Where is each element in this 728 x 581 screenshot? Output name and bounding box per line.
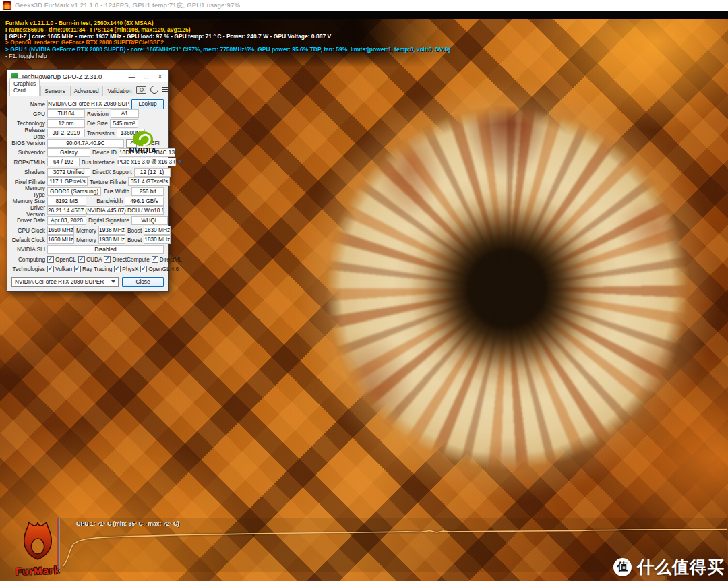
default-memory-field: 1938 MHz [98, 235, 125, 244]
bus-width-field: 256 bit [131, 187, 164, 196]
field-label: GPU Clock [11, 227, 45, 234]
field-label: Technologies [11, 266, 45, 272]
field-label: Release Date [11, 127, 45, 140]
field-label: Bus Width [103, 188, 129, 195]
field-label: Transistors [87, 130, 115, 137]
pixel-fillrate-field: 117.1 GPixel/s [47, 177, 88, 186]
texture-fillrate-field: 351.4 GTexel/s [128, 177, 170, 186]
checkbox-checked-icon [47, 266, 54, 272]
checkbox-label: Vulkan [55, 266, 72, 272]
bus-interface-field: PCIe x16 3.0 @ x16 3.0 [117, 158, 176, 166]
tab-validation[interactable]: Validation [104, 86, 136, 96]
default-boost-field: 1830 MHz [144, 235, 171, 244]
field-label: Memory [76, 237, 96, 243]
nvidia-logo: NVIDIA [123, 131, 163, 154]
field-label: Texture Fillrate [90, 179, 126, 185]
checkbox-label: DirectML [160, 256, 182, 263]
smzdm-badge-icon: 值 [613, 558, 632, 576]
gpu-name-field: NVIDIA GeForce RTX 2080 SUPER [47, 100, 129, 109]
checkbox-label: CUDA [86, 256, 102, 263]
checkbox-label: OpenGL 4.6 [148, 266, 179, 272]
checkbox-label: PhysX [122, 266, 138, 272]
furmark-window: Geeks3D FurMark v1.21.1.0 - 124FPS, GPU1… [0, 0, 728, 581]
lookup-button[interactable]: Lookup [131, 99, 164, 109]
minimize-button[interactable]: — [126, 71, 138, 82]
nvidia-eye-icon [133, 131, 153, 146]
furmark-app-icon [3, 1, 11, 10]
field-label: Bus Interface [82, 159, 115, 166]
directml-checkbox[interactable]: DirectML [152, 256, 182, 263]
field-label: BIOS Version [11, 140, 45, 146]
physx-checkbox[interactable]: PhysX [114, 266, 138, 272]
memory-size-field: 8192 MB [47, 197, 86, 206]
flame-icon [17, 520, 59, 562]
tab-sensors[interactable]: Sensors [40, 86, 69, 96]
gpu-selector-dropdown[interactable]: NVIDIA GeForce RTX 2080 SUPER [11, 277, 119, 287]
field-label: Driver Date [11, 217, 45, 224]
smzdm-watermark-text: 什么值得买 [637, 556, 725, 578]
field-label: Shaders [11, 169, 45, 175]
boost-clock-field: 1830 MHz [144, 226, 171, 235]
checkbox-checked-icon [114, 266, 121, 272]
rops-tmus-field: 64 / 192 [47, 158, 80, 166]
digital-signature-field: WHQL [131, 216, 168, 225]
checkbox-label: DirectCompute [112, 256, 149, 263]
revision-field: A1 [111, 109, 139, 118]
field-label: Default Clock [11, 237, 45, 243]
tab-graphics-card[interactable]: Graphics Card [9, 78, 40, 96]
field-label: DirectX Support [92, 169, 132, 175]
tab-advanced[interactable]: Advanced [70, 86, 103, 96]
field-label: Die Size [87, 120, 108, 127]
field-label: NVIDIA SLI [11, 246, 45, 253]
shaders-field: 3072 Unified [47, 168, 90, 177]
vulkan-checkbox[interactable]: Vulkan [47, 266, 72, 272]
checkbox-checked-icon [152, 256, 158, 263]
osd-gpu1-line: > GPU 1 (NVIDIA GeForce RTX 2080 SUPER) … [5, 47, 450, 53]
gpuz-tab-bar: Graphics Card Sensors Advanced Validatio… [7, 82, 168, 96]
refresh-icon[interactable] [149, 84, 160, 96]
cuda-checkbox[interactable]: CUDA [78, 256, 102, 263]
field-label: Computing [11, 256, 45, 263]
field-label: ROPs/TMUs [11, 159, 45, 166]
close-button[interactable]: Close [122, 277, 164, 287]
field-label: GPU [11, 111, 45, 117]
window-title: Geeks3D FurMark v1.21.1.0 - 124FPS, GPU1… [15, 1, 240, 10]
screenshot-camera-icon[interactable] [136, 86, 146, 94]
driver-version-field: 26.21.14.4587 (NVIDIA 445.87) DCH / Win1… [47, 206, 164, 215]
field-label: Device ID [92, 149, 117, 156]
gpu-selector-value: NVIDIA GeForce RTX 2080 SUPER [15, 278, 111, 285]
directx-field: 12 (12_1) [134, 168, 171, 177]
gpuz-toolbar-icons [136, 86, 171, 96]
field-label: Memory [76, 227, 96, 234]
help-icon[interactable]: ? [178, 159, 181, 166]
checkbox-label: OpenCL [55, 256, 76, 263]
default-clock-field: 1650 MHz [47, 235, 74, 244]
nvidia-logo-text: NVIDIA [123, 146, 163, 154]
checkbox-label: Ray Tracing [82, 266, 112, 272]
gpu-field: TU104 [47, 109, 85, 118]
close-window-button[interactable]: × [154, 71, 166, 82]
gpuz-body: Name NVIDIA GeForce RTX 2080 SUPER Looku… [7, 96, 168, 291]
gpuz-window: TechPowerUp GPU-Z 2.31.0 — □ × Graphics … [7, 69, 169, 292]
opencl-checkbox[interactable]: OpenCL [47, 256, 76, 263]
field-label: Driver Version [11, 204, 45, 218]
bios-version-field: 90.04.7A.40.9C [47, 139, 124, 148]
maximize-button: □ [140, 71, 152, 82]
field-label: Bandwidth [88, 197, 123, 204]
ray-tracing-checkbox[interactable]: Ray Tracing [74, 266, 112, 272]
directcompute-checkbox[interactable]: DirectCompute [104, 256, 149, 263]
furmark-logo: FurMark [3, 520, 73, 576]
window-titlebar[interactable]: Geeks3D FurMark v1.21.1.0 - 124FPS, GPU1… [0, 0, 728, 11]
furmark-logo-text: FurMark [3, 563, 73, 578]
die-size-field: 545 mm² [110, 119, 138, 128]
field-label: Revision [87, 111, 109, 117]
memory-type-field: GDDR6 (Samsung) [47, 187, 101, 196]
checkbox-checked-icon [47, 256, 54, 263]
checkbox-checked-icon [78, 256, 85, 263]
temp-graph-label: GPU 1: 71° C (min: 35° C - max: 72° C) [76, 520, 179, 527]
field-label: Boost [127, 227, 142, 234]
menu-icon[interactable] [162, 87, 170, 92]
opengl-checkbox[interactable]: OpenGL 4.6 [140, 266, 179, 272]
checkbox-checked-icon [140, 266, 147, 272]
field-label: Digital Signature [88, 217, 129, 224]
